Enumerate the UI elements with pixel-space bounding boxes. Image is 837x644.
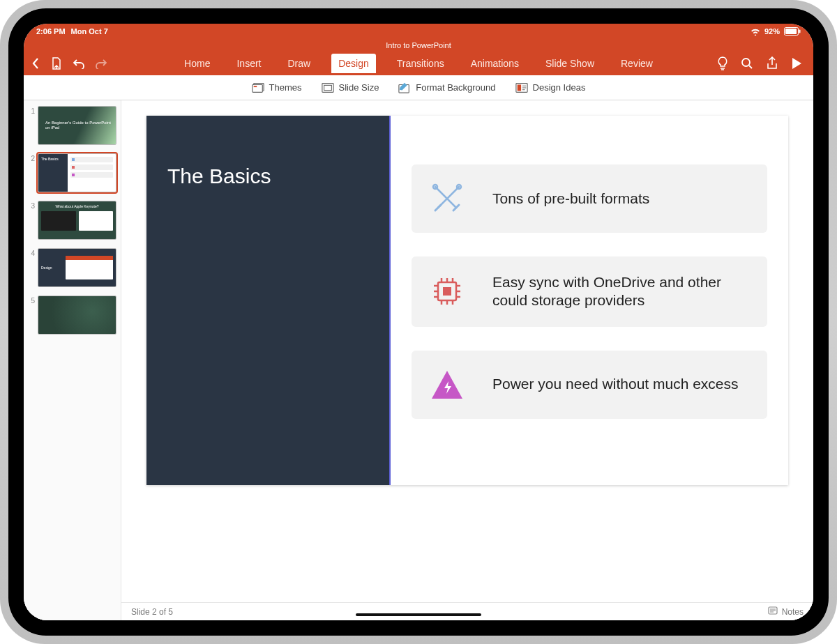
design-ideas-icon (515, 82, 528, 94)
notes-label: Notes (782, 607, 804, 617)
thumb-number: 4 (28, 248, 35, 287)
home-indicator[interactable] (356, 613, 481, 616)
design-ideas-button[interactable]: Design Ideas (515, 82, 586, 94)
back-button[interactable] (31, 57, 40, 70)
slide-thumbnail-2[interactable]: The Basics (38, 153, 116, 192)
format-background-icon (398, 82, 411, 94)
svg-rect-11 (517, 84, 520, 91)
slide-thumbnail-3[interactable]: What about Apple Keynote? (38, 201, 116, 240)
slide-size-icon (322, 82, 334, 94)
svg-rect-8 (324, 85, 331, 90)
thumb-number: 3 (28, 201, 35, 240)
thumb4-title: Design (41, 266, 63, 270)
toolbar: Home Insert Draw Design Transitions Anim… (24, 52, 813, 75)
slide-thumbnail-4[interactable]: Design (38, 248, 116, 287)
themes-icon (252, 82, 264, 94)
slide-canvas[interactable]: The Basics (146, 116, 788, 485)
tab-review[interactable]: Review (615, 54, 658, 72)
card-formats[interactable]: Tons of pre-built formats (412, 164, 767, 233)
tab-slideshow[interactable]: Slide Show (540, 54, 600, 72)
wifi-icon (751, 28, 760, 36)
play-icon[interactable] (791, 57, 802, 70)
thumb-number: 5 (28, 296, 35, 335)
slide-thumbnail-5[interactable] (38, 296, 116, 335)
swords-icon (430, 181, 465, 216)
thumb3-title: What about Apple Keynote? (41, 204, 113, 208)
design-ideas-label: Design Ideas (533, 82, 586, 93)
notes-icon (768, 606, 778, 617)
slide-size-button[interactable]: Slide Size (322, 82, 379, 94)
file-menu-button[interactable] (50, 57, 63, 70)
ipad-bezel: 2:06 PM Mon Oct 7 92% Intro to PowerPoin… (8, 8, 829, 636)
document-title: Intro to PowerPoint (24, 39, 813, 52)
lightbulb-icon[interactable] (717, 56, 728, 70)
thumb-number: 2 (28, 153, 35, 192)
battery-icon (784, 27, 801, 36)
warning-bolt-icon (430, 367, 465, 402)
status-bar: 2:06 PM Mon Oct 7 92% (24, 24, 813, 39)
status-footer: Slide 2 of 5 Notes (121, 602, 813, 620)
themes-button[interactable]: Themes (252, 82, 302, 94)
tab-home[interactable]: Home (179, 54, 216, 72)
thumb2-title: The Basics (38, 154, 68, 192)
slide-canvas-wrap: The Basics (121, 100, 813, 602)
share-icon[interactable] (766, 56, 778, 70)
redo-button[interactable] (95, 58, 107, 69)
status-date: Mon Oct 7 (71, 27, 108, 36)
tab-animations[interactable]: Animations (465, 54, 525, 72)
svg-rect-1 (785, 29, 797, 34)
thumb1-title: An Beginner's Guide to PowerPoint on iPa… (45, 121, 116, 130)
design-ribbon: Themes Slide Size Format Background (24, 75, 813, 100)
format-background-label: Format Background (416, 82, 495, 93)
editor-area: The Basics (121, 100, 813, 620)
svg-point-3 (742, 59, 750, 66)
slide-counter: Slide 2 of 5 (131, 607, 173, 617)
screen: 2:06 PM Mon Oct 7 92% Intro to PowerPoin… (24, 24, 813, 620)
card-formats-text: Tons of pre-built formats (492, 190, 649, 208)
tab-draw[interactable]: Draw (282, 54, 316, 72)
chip-icon (430, 274, 465, 309)
status-time: 2:06 PM (36, 27, 66, 36)
themes-label: Themes (269, 82, 302, 93)
svg-rect-6 (253, 86, 257, 87)
card-sync-text: Easy sync with OneDrive and other could … (492, 273, 749, 310)
svg-rect-2 (799, 30, 801, 33)
slide-size-label: Slide Size (339, 82, 379, 93)
undo-button[interactable] (73, 58, 85, 69)
card-power[interactable]: Power you need without much excess (412, 351, 767, 419)
format-background-button[interactable]: Format Background (398, 82, 495, 94)
ipad-frame: 2:06 PM Mon Oct 7 92% Intro to PowerPoin… (0, 0, 837, 644)
thumb-number: 1 (28, 106, 35, 145)
slide-thumbnail-1[interactable]: An Beginner's Guide to PowerPoint on iPa… (38, 106, 116, 145)
slide-title: The Basics (167, 164, 368, 188)
svg-rect-15 (443, 287, 451, 296)
content-area: 1 An Beginner's Guide to PowerPoint on i… (24, 100, 813, 620)
search-icon[interactable] (741, 57, 753, 70)
svg-rect-5 (252, 84, 262, 92)
tab-insert[interactable]: Insert (231, 54, 266, 72)
slide-content-panel[interactable]: Tons of pre-built formats (391, 116, 788, 485)
tab-design[interactable]: Design (331, 54, 376, 73)
card-power-text: Power you need without much excess (492, 375, 739, 393)
battery-percent: 92% (764, 27, 780, 36)
tab-transitions[interactable]: Transitions (391, 54, 450, 72)
notes-button[interactable]: Notes (768, 606, 804, 617)
ribbon-tabs: Home Insert Draw Design Transitions Anim… (170, 54, 667, 73)
card-sync[interactable]: Easy sync with OneDrive and other could … (412, 256, 767, 327)
slide-title-panel[interactable]: The Basics (146, 116, 391, 485)
thumbnail-panel[interactable]: 1 An Beginner's Guide to PowerPoint on i… (24, 100, 121, 620)
